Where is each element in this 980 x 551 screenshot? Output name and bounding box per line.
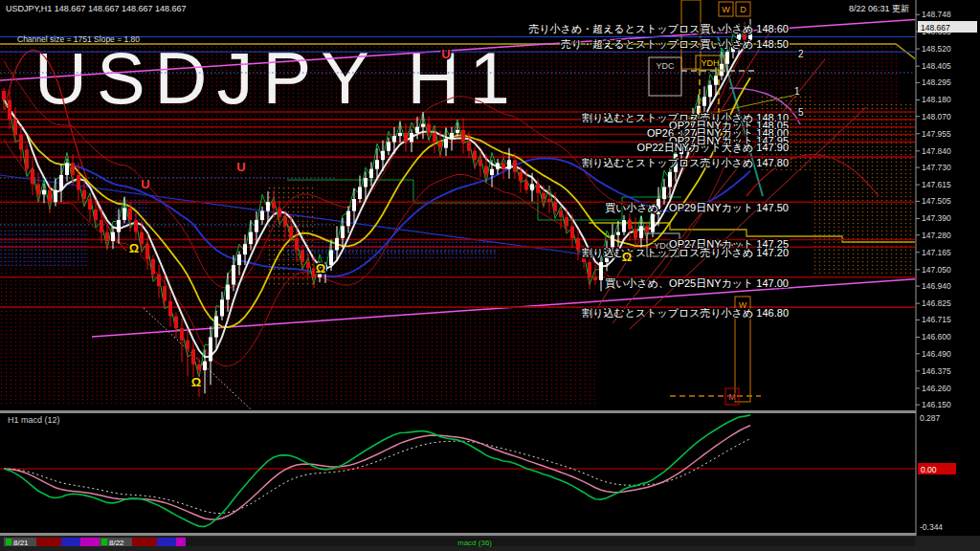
bear-candle [71, 163, 75, 175]
axis-price-label: 146.715 [922, 315, 951, 324]
bear-candle [524, 181, 528, 189]
axis-price-label: 146.825 [922, 298, 951, 308]
bear-candle [542, 193, 546, 199]
axis-price-label: 148.295 [922, 77, 951, 87]
bull-candle [651, 214, 655, 232]
object-label-text: M [728, 392, 736, 402]
bear-candle [553, 202, 557, 210]
bear-candle [628, 220, 632, 229]
omega-marker-icon: Ω [191, 375, 201, 389]
bear-candle [513, 160, 517, 172]
bear-candle [19, 135, 23, 150]
bull-candle [415, 127, 419, 133]
bear-candle [467, 142, 471, 150]
bear-candle [186, 341, 189, 349]
axis-price-label: 147.505 [922, 196, 951, 206]
bear-candle [31, 169, 34, 185]
bull-candle [260, 211, 264, 220]
bull-candle [639, 226, 643, 238]
axis-price-label: 147.280 [922, 231, 951, 240]
bear-candle [48, 190, 52, 203]
bear-candle [272, 202, 276, 208]
object-label-text: YDH [701, 58, 719, 68]
axis-price-label: 146.375 [922, 366, 951, 376]
bear-candle [484, 166, 488, 175]
bear-candle [593, 277, 597, 280]
wave-count-number: 1 [794, 86, 800, 97]
axis-price-label: 148.180 [922, 95, 951, 104]
bull-candle [203, 362, 207, 370]
bull-candle [358, 187, 362, 199]
bear-candle [145, 244, 149, 259]
bull-candle [65, 163, 69, 175]
bull-candle [599, 262, 603, 280]
object-label-text: W [722, 5, 730, 14]
bull-candle [421, 124, 425, 127]
macd-axis-zero: 0.00 [921, 465, 937, 474]
bear-candle [565, 217, 568, 226]
bear-candle [634, 229, 637, 237]
bull-candle [341, 226, 345, 238]
bear-candle [645, 226, 649, 231]
bull-candle [220, 299, 224, 316]
axis-price-label: 148.520 [922, 44, 951, 54]
panel-separator-top[interactable] [0, 410, 980, 413]
bear-candle [283, 217, 287, 226]
bear-candle [180, 328, 184, 341]
bull-candle [725, 52, 729, 64]
bear-candle [140, 232, 144, 245]
macd-title: H1 macd (12) [8, 415, 60, 425]
bull-candle [611, 235, 614, 248]
axis-price-label: 147.050 [922, 265, 951, 275]
bull-candle [54, 190, 57, 203]
axis-price-label: 146.490 [922, 349, 951, 359]
bull-candle [59, 175, 63, 190]
dot-fill-region [812, 103, 915, 276]
session-segment [176, 538, 186, 546]
bear-candle [163, 286, 167, 301]
axis-price-label: 146.150 [922, 400, 951, 409]
timeline-scrollbar[interactable]: 8/218/22 macd (36) [0, 536, 980, 551]
bull-candle [714, 76, 718, 84]
session-segment [186, 538, 915, 546]
macd-indicator-panel[interactable]: H1 macd (12) [0, 413, 915, 533]
dot-fill-region [287, 239, 498, 258]
date-label: 8/21 [13, 539, 29, 547]
bear-candle [88, 199, 92, 209]
session-segment [132, 538, 157, 546]
bull-candle [243, 244, 247, 254]
bear-candle [536, 184, 540, 192]
bear-candle [128, 208, 132, 220]
bear-candle [461, 130, 465, 143]
bull-candle [352, 199, 356, 211]
bull-candle [392, 136, 396, 142]
bear-candle [168, 301, 172, 317]
bear-candle [427, 124, 431, 133]
bull-candle [668, 172, 672, 187]
bull-candle [616, 232, 620, 235]
annotation-text: OP22日NYカット大きめ 147.90 [637, 142, 789, 153]
bull-candle [329, 250, 333, 265]
update-timestamp: 8/22 06:31 更新 [849, 4, 909, 13]
axis-price-label: 147.165 [922, 248, 951, 257]
annotation-text: 割り込むとストップロス売り小さめ 147.80 [582, 157, 789, 168]
panel-separator-bottom[interactable] [0, 533, 980, 536]
bull-candle [117, 220, 121, 232]
day-start-marker [101, 539, 107, 545]
session-segment [61, 538, 80, 546]
bear-candle [100, 220, 103, 232]
session-segment [80, 538, 100, 546]
bull-candle [226, 285, 230, 300]
bear-candle [433, 133, 436, 142]
bear-candle [94, 209, 98, 220]
wave-count-number: 5 [798, 107, 804, 118]
day-start-marker [6, 539, 11, 545]
axis-price-label: 147.390 [922, 213, 951, 223]
bull-candle [530, 184, 534, 189]
macd-axis-max: 0.287 [920, 413, 941, 423]
price-axis[interactable]: 148.748148.635148.520148.405148.295148.1… [916, 0, 980, 551]
macd-background [0, 413, 915, 533]
omega-inverted-marker-icon: U [441, 47, 450, 61]
bull-candle [444, 139, 448, 147]
bear-candle [77, 175, 80, 190]
